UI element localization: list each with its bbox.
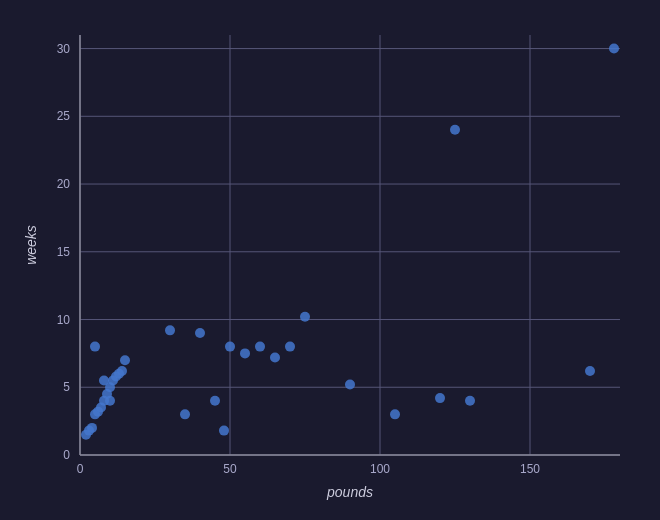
svg-text:100: 100: [370, 462, 390, 476]
svg-text:30: 30: [57, 42, 71, 56]
data-point: [390, 409, 400, 419]
data-point: [180, 409, 190, 419]
data-point: [165, 325, 175, 335]
data-point: [117, 366, 127, 376]
svg-text:10: 10: [57, 313, 71, 327]
data-point: [465, 396, 475, 406]
svg-text:0: 0: [63, 448, 70, 462]
data-point: [270, 352, 280, 362]
chart-container: 050100150051015202530poundsweeks: [20, 15, 640, 505]
data-point: [120, 355, 130, 365]
data-point: [285, 342, 295, 352]
x-axis-label: pounds: [326, 484, 373, 500]
data-point: [240, 348, 250, 358]
data-point: [585, 366, 595, 376]
data-point: [210, 396, 220, 406]
data-point: [609, 44, 619, 54]
svg-text:50: 50: [223, 462, 237, 476]
data-point: [219, 426, 229, 436]
svg-text:0: 0: [77, 462, 84, 476]
data-point: [345, 380, 355, 390]
scatter-plot: 050100150051015202530poundsweeks: [20, 15, 640, 505]
data-point: [300, 312, 310, 322]
data-point: [450, 125, 460, 135]
data-point: [87, 423, 97, 433]
svg-text:150: 150: [520, 462, 540, 476]
data-point: [225, 342, 235, 352]
svg-text:20: 20: [57, 177, 71, 191]
data-point: [195, 328, 205, 338]
svg-text:5: 5: [63, 380, 70, 394]
svg-rect-1: [80, 35, 620, 455]
svg-text:25: 25: [57, 109, 71, 123]
data-point: [255, 342, 265, 352]
data-point: [105, 396, 115, 406]
data-point: [99, 375, 109, 385]
svg-text:15: 15: [57, 245, 71, 259]
data-point: [90, 342, 100, 352]
data-point: [435, 393, 445, 403]
y-axis-label: weeks: [23, 225, 39, 265]
